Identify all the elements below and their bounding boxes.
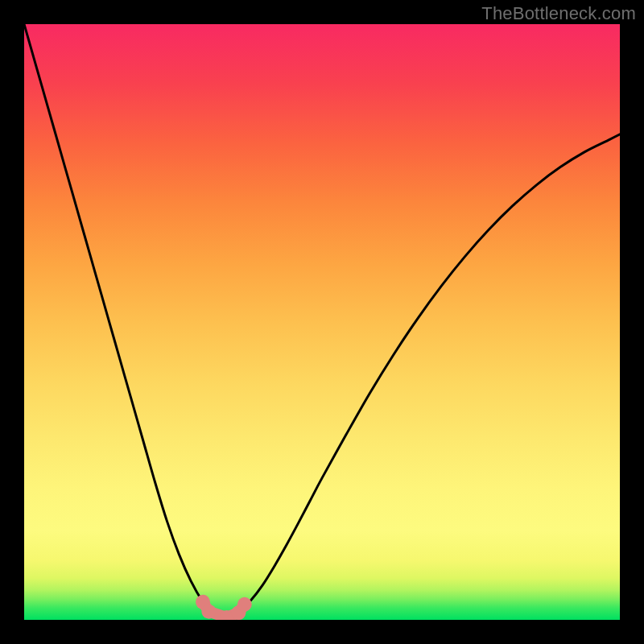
bottleneck-curve [24,24,620,618]
marker-point [237,597,252,612]
watermark-text: TheBottleneck.com [481,3,636,24]
chart-frame: TheBottleneck.com [0,0,644,644]
bottleneck-plot [24,24,620,620]
marker-point [201,605,216,619]
curve-markers [196,595,252,620]
plot-svg [24,24,620,620]
